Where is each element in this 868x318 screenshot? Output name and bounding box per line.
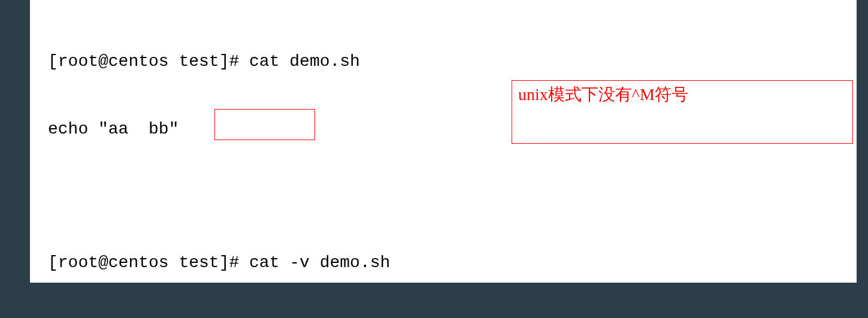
- command-text: cat demo.sh: [249, 52, 360, 71]
- shell-prompt: [root@centos test]#: [48, 253, 249, 272]
- command-text: cat -v demo.sh: [249, 253, 390, 272]
- terminal-line-1: [root@centos test]# cat demo.sh: [48, 50, 839, 73]
- annotation-box: unix模式下没有^M符号: [512, 80, 853, 144]
- blank-line: [48, 186, 839, 206]
- terminal-line-2: [root@centos test]# cat -v demo.sh: [48, 252, 839, 274]
- annotation-text: unix模式下没有^M符号: [518, 85, 688, 104]
- shell-prompt: [root@centos test]#: [48, 52, 249, 71]
